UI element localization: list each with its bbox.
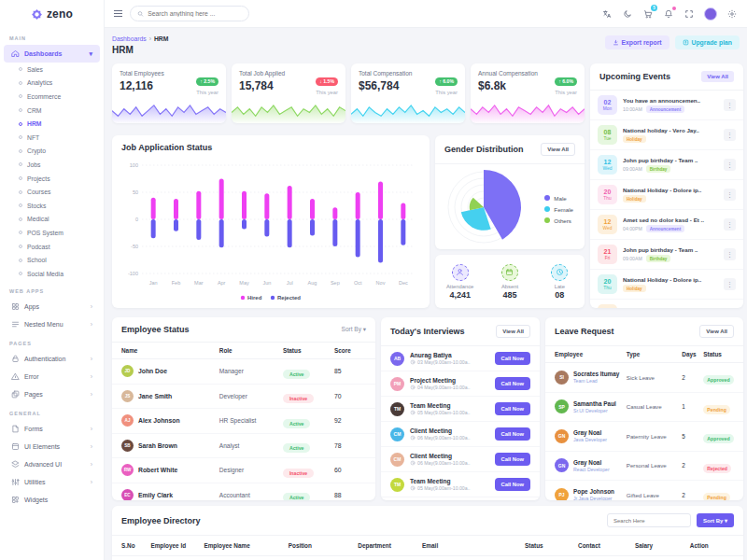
brand-name: zeno [47, 7, 73, 21]
status-badge: Inactive [283, 469, 314, 478]
sidebar-item-hrm[interactable]: HRM [0, 117, 104, 131]
chevron-icon: › [91, 303, 92, 310]
column-header: Department [358, 542, 422, 549]
bullet-icon [19, 245, 22, 248]
sidebar-item-podcast[interactable]: Podcast [0, 240, 104, 254]
svg-text:Sep: Sep [331, 280, 340, 286]
brand-logo[interactable]: zeno [0, 0, 104, 28]
event-category-badge: Holiday [623, 285, 646, 292]
employee-status-sort-dropdown[interactable]: Sort By ▾ [342, 326, 366, 333]
sidebar-item-advanced-ui[interactable]: Advanced UI› [4, 455, 100, 473]
status-badge: Pending [703, 405, 729, 414]
call-now-button[interactable]: Call Now [495, 352, 530, 365]
sidebar-item-label: Widgets [24, 497, 48, 503]
event-more-menu-icon[interactable]: ⋮ [724, 159, 736, 171]
sidebar-item-forms[interactable]: Forms› [4, 420, 100, 438]
sidebar-item-sales[interactable]: Sales [0, 63, 104, 77]
sidebar-item-school[interactable]: School [0, 253, 104, 267]
sidebar-item-stocks[interactable]: Stocks [0, 199, 104, 213]
stat-period: This year [435, 90, 458, 95]
chevron-icon: › [91, 426, 92, 432]
event-more-menu-icon[interactable]: ⋮ [724, 99, 736, 111]
cart-icon[interactable]: 5 [642, 8, 654, 20]
avatar: JD [121, 365, 134, 377]
event-more-menu-icon[interactable]: ⋮ [724, 189, 736, 201]
status-badge: Inactive [283, 394, 314, 403]
sidebar-item-crm[interactable]: CRM [0, 104, 104, 118]
column-header: S.No [121, 542, 150, 549]
svg-text:50: 50 [133, 189, 138, 195]
job-application-status-panel: Job Application Status 100500-50-100JanF… [112, 135, 430, 308]
stat-label: Total Employees [120, 70, 164, 77]
call-now-button[interactable]: Call Now [495, 377, 530, 390]
sidebar-item-analytics[interactable]: Analytics [0, 77, 104, 91]
sidebar-item-apps[interactable]: Apps› [4, 298, 100, 315]
directory-search-input[interactable] [607, 513, 691, 527]
event-more-menu-icon[interactable]: ⋮ [724, 129, 736, 141]
export-report-button[interactable]: Export report [605, 35, 669, 49]
event-list-item: 20ThuNational Holiday - Dolore ip..Holid… [590, 270, 743, 300]
sidebar-item-utilities[interactable]: Utilities› [4, 473, 100, 491]
call-now-button[interactable]: Call Now [495, 402, 530, 415]
call-now-button[interactable]: Call Now [495, 427, 530, 441]
gender-view-all-button[interactable]: View All [541, 143, 575, 156]
global-search[interactable] [130, 6, 249, 21]
directory-sort-button[interactable]: Sort By ▾ [697, 513, 734, 527]
widgets-icon [11, 496, 20, 504]
sidebar-item-label: Advanced UI [24, 461, 62, 468]
call-now-button[interactable]: Call Now [495, 478, 530, 491]
sidebar-item-projects[interactable]: Projects [0, 172, 104, 186]
sidebar-item-widgets[interactable]: Widgets [4, 491, 100, 509]
settings-gear-icon[interactable] [726, 8, 738, 20]
gender-distribution-panel: Gender Distribution View All MaleFemaleO… [435, 135, 585, 249]
sidebar-subitem-label: NFT [27, 134, 39, 141]
breadcrumb-dashboards-link[interactable]: Dashboards [112, 35, 147, 42]
fullscreen-icon[interactable] [684, 8, 695, 20]
hamburger-menu-icon[interactable] [114, 10, 122, 18]
stat-label: Total Compensation [359, 70, 412, 77]
notifications-icon[interactable] [663, 8, 674, 20]
sidebar-item-nft[interactable]: NFT [0, 131, 104, 145]
event-more-menu-icon[interactable]: ⋮ [724, 278, 736, 290]
event-title: John pup birthday - Team .. [623, 246, 718, 253]
sidebar-subitem-label: Sales [27, 66, 43, 73]
employee-status-row: RWRobert WhiteDesignerInactive60 [112, 458, 375, 483]
call-now-button[interactable]: Call Now [495, 453, 530, 466]
sidebar-item-courses[interactable]: Courses [0, 185, 104, 199]
sidebar-item-dashboards[interactable]: Dashboards▾ [4, 45, 100, 63]
warning-icon [11, 372, 20, 381]
sidebar-subitem-label: Analytics [27, 79, 52, 86]
employee-status-row: SBSarah BrownAnalystActive78 [112, 434, 375, 459]
sidebar-item-error[interactable]: Error› [4, 368, 100, 385]
translate-icon[interactable] [601, 8, 613, 20]
leave-request-row: PJPope JohnsonJr.Java DeveloperGifted Le… [545, 481, 743, 500]
event-more-menu-icon[interactable]: ⋮ [724, 218, 736, 231]
user-avatar[interactable] [704, 7, 717, 21]
sidebar-item-pos-system[interactable]: POS System [0, 226, 104, 240]
sidebar-item-pages[interactable]: Pages› [4, 385, 100, 403]
svg-text:-50: -50 [131, 244, 138, 249]
column-header: Employee Id [150, 542, 204, 549]
sidebar-item-crypto[interactable]: Crypto [0, 145, 104, 159]
leave-view-all-button[interactable]: View All [699, 325, 734, 338]
sidebar-item-ui-elements[interactable]: UI Elements› [4, 438, 100, 455]
interviews-view-all-button[interactable]: View All [496, 325, 530, 338]
sidebar-item-social-media[interactable]: Social Media [0, 267, 104, 281]
search-input[interactable] [148, 10, 242, 17]
dark-mode-moon-icon[interactable] [622, 8, 633, 20]
event-date-badge: 21Fri [598, 245, 617, 264]
avatar: TM [390, 478, 404, 492]
sidebar-item-authentication[interactable]: Authentication› [4, 350, 100, 368]
interview-name: Team Meeting [410, 402, 471, 409]
sidebar-item-ecommerce[interactable]: Ecommerce [0, 90, 104, 104]
avatar: AJ [121, 414, 134, 427]
events-view-all-button[interactable]: View All [701, 71, 734, 82]
attendance-stat-late: Late08 [535, 264, 585, 300]
sidebar-item-medical[interactable]: Medical [0, 213, 104, 227]
event-more-menu-icon[interactable]: ⋮ [724, 248, 736, 260]
event-date-badge: 12Wed [598, 215, 617, 234]
upgrade-plan-button[interactable]: Upgrade plan [675, 35, 740, 49]
sidebar-section-label: WEB APPS [0, 281, 104, 298]
sidebar-item-jobs[interactable]: Jobs [0, 158, 104, 172]
sidebar-item-nested-menu[interactable]: Nested Menu› [4, 315, 100, 333]
